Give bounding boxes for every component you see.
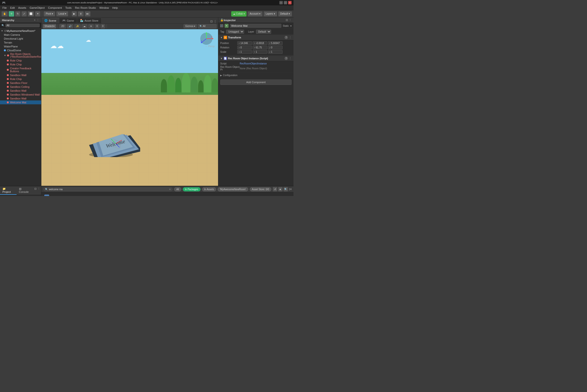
filter-inpackages-button[interactable]: In Packages [183, 187, 200, 192]
object-active-checkbox[interactable] [220, 24, 223, 27]
menu-window[interactable]: Window [98, 5, 110, 10]
search-refresh-icon[interactable]: ↺ [273, 187, 277, 192]
scale-z-field[interactable]: Z 1 [268, 50, 282, 54]
maximize-button[interactable]: □ [284, 1, 287, 4]
menu-gameobject[interactable]: GameObject [28, 5, 46, 10]
panel-menu-icon[interactable]: ⋮ [38, 187, 40, 194]
scale-tool[interactable]: ⤢ [22, 11, 27, 16]
panel-maximize-icon[interactable]: ⊡ [34, 187, 37, 194]
hand-tool[interactable]: ✋ [2, 11, 8, 16]
inspector-lock-icon[interactable]: 🔓 [220, 18, 224, 22]
tab-game[interactable]: 🎮 Game [59, 18, 77, 23]
scale-x-field[interactable]: X 1 [237, 50, 252, 54]
position-y-field[interactable]: Y -0.0018 [253, 41, 267, 45]
menu-recroom[interactable]: Rec Room Studio [74, 5, 97, 10]
position-x-field[interactable]: X 14.046 [237, 41, 252, 45]
local-dropdown[interactable]: Local ▾ [56, 11, 68, 16]
object-name-field[interactable] [230, 24, 281, 28]
hierarchy-menu-button[interactable]: ⋮ [37, 18, 39, 22]
rect-tool[interactable]: ⬜ [28, 11, 34, 16]
tree-item-sandboxwall3[interactable]: Sandbox Wall [0, 96, 41, 100]
script-value[interactable]: RecRoomObjectInstance [240, 62, 267, 65]
rotate-tool[interactable]: ↻ [15, 11, 21, 16]
menu-file[interactable]: File [1, 5, 8, 10]
menu-component[interactable]: Component [47, 5, 63, 10]
scene-search-input[interactable] [203, 25, 215, 28]
tree-item-rolechip1[interactable]: Role Chip [0, 58, 41, 62]
tree-item-sandboxwall1[interactable]: Sandbox Wall [0, 73, 41, 77]
filter-assetstore-button[interactable]: Asset Store: 0/0 [250, 187, 271, 192]
close-button[interactable]: ✕ [288, 1, 291, 4]
search-star-icon[interactable]: ★ [278, 187, 282, 192]
step-button[interactable]: ⏭ [85, 11, 91, 16]
rotation-y-field[interactable]: Y 61.75 [253, 46, 267, 49]
tree-item-sandboxceiling[interactable]: Sandbox Ceiling [0, 85, 41, 89]
tree-item-waterplane[interactable]: WaterPlane [0, 44, 41, 48]
menu-tools[interactable]: Tools [64, 5, 73, 10]
static-arrow[interactable]: ▾ [290, 24, 291, 27]
tree-item-maincamera[interactable]: Main Camera [0, 33, 41, 37]
inspector-maximize-icon[interactable]: ⊡ [286, 18, 288, 22]
fog-button[interactable]: ≋ [88, 24, 94, 28]
tab-scene[interactable]: 🌐 Scene [41, 18, 59, 23]
collab-button[interactable]: ☁ Collab ▾ [231, 11, 246, 16]
scene-viewport[interactable]: ☁☁ ☁ [41, 29, 218, 186]
tag-dropdown[interactable]: Untagged [226, 30, 244, 34]
audio-button[interactable]: 🔊 [67, 24, 73, 28]
flares-button[interactable]: 0 [101, 24, 105, 28]
filter-all-button[interactable]: All [174, 187, 181, 192]
recroom-expand-arrow[interactable]: ▼ [220, 57, 223, 60]
tree-item-sandboxwindowedwall[interactable]: Sandbox Windowed Wall [0, 93, 41, 96]
hierarchy-search-input[interactable] [5, 24, 40, 27]
search-clear-icon[interactable]: ✕ [169, 188, 171, 191]
search-filter-icon[interactable]: 🔍 [283, 187, 288, 192]
tree-item-clouddome[interactable]: CloudDome [0, 48, 41, 52]
skybox-button[interactable]: ☁ [82, 24, 87, 28]
recroom-help-icon[interactable]: ? [284, 57, 288, 60]
gizmos-dropdown[interactable]: Gizmos ▾ [183, 24, 197, 28]
position-z-field[interactable]: Z 5.66947 [268, 41, 282, 45]
menu-edit[interactable]: Edit [9, 5, 16, 10]
menu-help[interactable]: Help [111, 5, 119, 10]
layers-dropdown[interactable]: Layers ▾ [263, 11, 277, 16]
menu-assets[interactable]: Assets [17, 5, 28, 10]
layer-dropdown[interactable]: Default [256, 30, 271, 34]
transform-menu-icon[interactable]: ⋮ [289, 36, 291, 39]
scene-menu-icon[interactable]: ⋮ [214, 20, 217, 23]
play-button[interactable]: ▶ [72, 11, 77, 16]
tree-item-recroom-objects[interactable]: ▼ Rec Room Objects (*RecRoomStudioStarte… [0, 52, 41, 58]
configuration-row[interactable]: ▶ Configuration [218, 73, 294, 78]
filter-room-button[interactable]: 'MyAwesomeNewRoom' [218, 187, 248, 192]
welcome-mat-asset[interactable]: 🧩 (Welcome Mat) [43, 194, 291, 196]
tree-item-dirlight[interactable]: Directional Light [0, 37, 41, 40]
transform-expand-arrow[interactable]: ▼ [220, 36, 223, 39]
tree-item-sandboxwall2[interactable]: Sandbox Wall [0, 89, 41, 93]
inspector-menu-icon[interactable]: ⋮ [289, 18, 291, 22]
rotation-x-field[interactable]: X 0 [237, 46, 252, 49]
transform-help-icon[interactable]: ? [284, 36, 288, 39]
tree-item-root[interactable]: ▼ ◇ MyAwesomeNewRoom* [0, 29, 41, 33]
tab-console[interactable]: ▤ Console [17, 186, 33, 195]
minimize-button[interactable]: ─ [279, 1, 283, 4]
tree-item-terrain[interactable]: Terrain [0, 40, 41, 44]
transform-tool[interactable]: ✦ [35, 11, 40, 16]
tab-asset-store[interactable]: 🏪 Asset Store [77, 18, 102, 23]
pause-button[interactable]: ⏸ [78, 11, 84, 16]
rotation-z-field[interactable]: Z 0 [268, 46, 282, 49]
move-tool[interactable]: ✛ [9, 11, 14, 16]
shading-dropdown[interactable]: Shaded ▾ [43, 24, 56, 28]
tree-item-welcomemat[interactable]: Welcome Mat [0, 100, 41, 104]
account-dropdown[interactable]: Account ▾ [247, 11, 262, 16]
filter-inassets-button[interactable]: In Assets [202, 187, 216, 192]
layout-dropdown[interactable]: Default ▾ [278, 11, 292, 16]
recroom-menu-icon[interactable]: ⋮ [289, 57, 291, 60]
pivot-dropdown[interactable]: Pivot ▾ [44, 11, 55, 16]
zero1-button[interactable]: 0 [95, 24, 100, 28]
project-search-input[interactable] [49, 188, 168, 191]
hierarchy-add-button[interactable]: + [34, 18, 36, 22]
2d-button[interactable]: 2D [59, 24, 66, 28]
tree-item-creatorfeedback[interactable]: Creator Feedback Buttons [0, 66, 41, 73]
tree-item-rolechip2[interactable]: Role Chip [0, 62, 41, 66]
tree-item-rolechip3[interactable]: Role Chip [0, 77, 41, 81]
tab-project[interactable]: 📁 Project [0, 186, 17, 195]
